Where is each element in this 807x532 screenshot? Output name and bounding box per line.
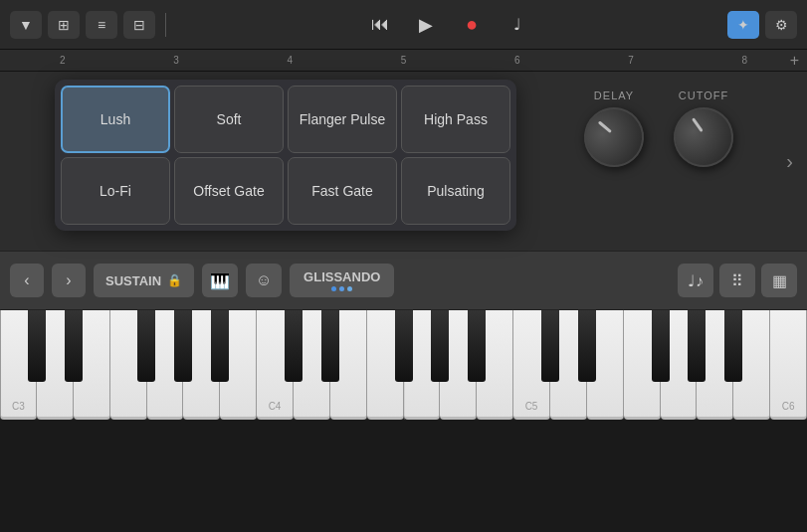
preset-flanger-pulse-button[interactable]: Flanger Pulse [288,86,397,153]
chord-icon: ⠿ [731,271,743,290]
metronome-button[interactable]: ♩ [502,9,533,41]
ruler: 2 3 4 5 6 7 8 + [0,50,807,72]
glissando-label: GLISSANDO [303,269,380,284]
ruler-mark: 8 [741,55,747,66]
notes-button[interactable]: ♩♪ [678,264,713,297]
arpeggio-icon: 🎹 [210,271,230,290]
toolbar: ▼ ⊞ ≡ ⊟ ⏮ ▶ ● ♩ ✦ ⚙ [0,0,807,50]
next-icon: › [66,271,71,289]
key-label-c6: C6 [782,401,795,412]
piano-keys: C3C4C5C6 [0,310,807,420]
cutoff-knob[interactable] [667,100,739,173]
mixer-button[interactable]: ⊟ [123,11,155,39]
emoji-icon: ☺ [256,271,272,289]
black-key-4[interactable] [174,310,192,382]
black-key-3[interactable] [137,310,155,382]
piano-area: C3C4C5C6 [0,310,807,420]
black-key-0[interactable] [28,310,46,382]
preset-lush-button[interactable]: Lush [61,86,170,153]
preset-flanger-pulse-label: Flanger Pulse [300,111,385,127]
dot-2 [339,286,344,291]
black-key-1[interactable] [65,310,83,382]
notes-icon: ♩♪ [688,271,704,290]
black-key-15[interactable] [578,310,596,382]
smart-controls-button[interactable]: ✦ [727,11,759,39]
preset-lo-fi-label: Lo-Fi [100,183,131,199]
black-key-8[interactable] [321,310,339,382]
list-icon: ≡ [98,17,105,33]
keyboard-layout-button[interactable]: ▦ [761,264,797,297]
view-icon: ⊞ [58,17,70,33]
keyboard-layout-icon: ▦ [772,271,787,290]
delay-knob-container: DELAY [584,89,644,167]
right-controls: ♩♪ ⠿ ▦ [678,264,797,297]
prev-icon: ‹ [24,271,29,289]
controls-row: ‹ › SUSTAIN 🔒 🎹 ☺ GLISSANDO ♩♪ ⠿ ▦ [0,251,807,310]
sustain-label: SUSTAIN [105,273,161,288]
mixer-icon: ⊟ [133,17,145,33]
preset-fast-gate-button[interactable]: Fast Gate [288,157,397,225]
preset-lo-fi-button[interactable]: Lo-Fi [61,157,170,225]
ruler-mark: 7 [628,55,634,66]
preset-fast-gate-label: Fast Gate [311,183,372,199]
next-button[interactable]: › [52,264,86,297]
black-key-10[interactable] [395,310,413,382]
black-key-12[interactable] [468,310,486,382]
ruler-marks: 2 3 4 5 6 7 8 [60,55,747,66]
settings-button[interactable]: ⚙ [765,11,797,39]
record-icon: ● [466,13,478,36]
play-button[interactable]: ▶ [410,9,442,41]
key-label-c4: C4 [269,401,282,412]
ruler-mark: 2 [60,55,66,66]
delay-knob[interactable] [573,96,655,178]
key-label-c3: C3 [12,401,25,412]
metronome-icon: ♩ [513,15,521,34]
preset-offset-gate-button[interactable]: Offset Gate [174,157,284,225]
main-content: Lush Soft Flanger Pulse High Pass Lo-Fi … [0,72,807,251]
white-key-21[interactable]: C6 [770,310,807,420]
black-key-5[interactable] [211,310,229,382]
rewind-button[interactable]: ⏮ [364,9,396,41]
view-toggle-button[interactable]: ⊞ [48,11,80,39]
black-key-7[interactable] [285,310,303,382]
black-key-17[interactable] [652,310,670,382]
ruler-mark: 3 [173,55,179,66]
sustain-button[interactable]: SUSTAIN 🔒 [94,264,194,297]
expand-button[interactable]: › [786,150,793,173]
record-button[interactable]: ● [456,9,488,41]
add-track-button[interactable]: + [790,52,799,70]
rewind-icon: ⏮ [371,14,389,35]
preset-panel: Lush Soft Flanger Pulse High Pass Lo-Fi … [55,80,516,231]
toolbar-right: ✦ ⚙ [727,11,797,39]
emoji-button[interactable]: ☺ [246,264,282,297]
black-key-11[interactable] [431,310,449,382]
list-view-button[interactable]: ≡ [86,11,117,39]
black-key-19[interactable] [724,310,742,382]
dot-3 [347,286,352,291]
preset-offset-gate-label: Offset Gate [193,183,264,199]
preset-soft-button[interactable]: Soft [174,86,284,153]
preset-high-pass-label: High Pass [424,111,488,127]
preset-pulsating-button[interactable]: Pulsating [401,157,510,225]
toolbar-divider-1 [165,13,166,37]
ruler-mark: 5 [401,55,407,66]
preset-lush-label: Lush [101,111,130,127]
black-key-14[interactable] [541,310,559,382]
cutoff-knob-container: CUTOFF [674,89,733,167]
arpeggio-button[interactable]: 🎹 [202,264,238,297]
smart-controls-icon: ✦ [737,17,749,33]
dropdown-button[interactable]: ▼ [10,11,42,39]
preset-soft-label: Soft [217,111,242,127]
lock-icon: 🔒 [167,273,182,287]
settings-icon: ⚙ [775,17,788,33]
ruler-mark: 6 [514,55,520,66]
black-key-18[interactable] [688,310,706,382]
ruler-mark: 4 [287,55,293,66]
glissando-button[interactable]: GLISSANDO [290,264,394,297]
knobs-area: DELAY CUTOFF [570,80,747,177]
preset-high-pass-button[interactable]: High Pass [401,86,510,153]
key-label-c5: C5 [525,401,538,412]
dropdown-icon: ▼ [19,17,33,33]
prev-button[interactable]: ‹ [10,264,44,297]
chord-button[interactable]: ⠿ [719,264,755,297]
